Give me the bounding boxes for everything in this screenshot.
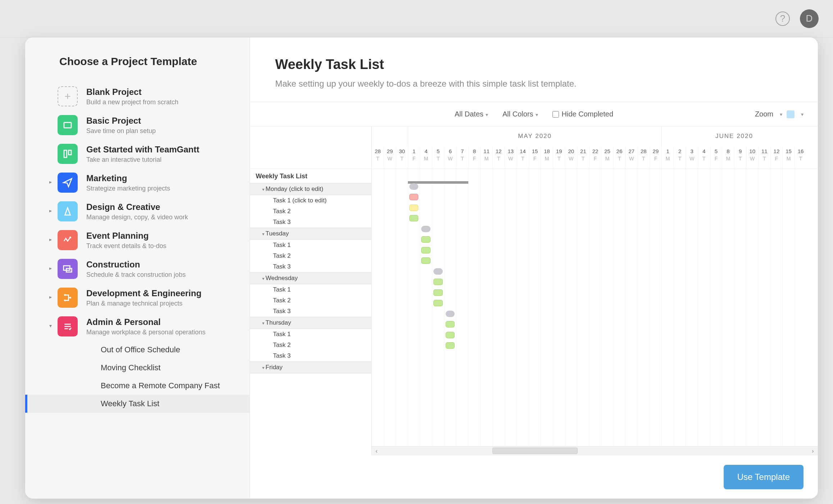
filter-hide-completed[interactable]: Hide Completed <box>552 110 613 118</box>
gantt-root[interactable]: Weekly Task List <box>250 169 371 183</box>
sidebar-category[interactable]: ▸Design & CreativeManage design, copy, &… <box>25 197 250 226</box>
gantt-bar[interactable] <box>433 289 443 296</box>
timeline-date: 8F <box>468 146 481 169</box>
gantt-group[interactable]: Wednesday <box>250 272 371 284</box>
gantt-task[interactable]: Task 3 <box>250 261 371 272</box>
sidebar-subitem[interactable]: Out of Office Schedule <box>25 341 250 359</box>
sidebar-subitem[interactable]: Moving Checklist <box>25 359 250 377</box>
progress-indicator <box>408 181 468 184</box>
gantt-bar[interactable] <box>421 247 431 253</box>
category-desc: Take an interactive tutorial <box>86 156 199 164</box>
sidebar-category[interactable]: ▸Event PlanningTrack event details & to-… <box>25 226 250 255</box>
category-desc: Schedule & track construction jobs <box>86 271 186 279</box>
gantt-bar[interactable] <box>446 342 455 349</box>
gantt-bar[interactable] <box>433 279 443 285</box>
gantt-bar[interactable] <box>446 321 455 327</box>
timeline-month: MAY 2020 <box>408 127 662 146</box>
timeline-date: 7T <box>456 146 468 169</box>
timeline-date: 5F <box>710 146 722 169</box>
gantt-task[interactable]: Task 3 <box>250 306 371 317</box>
scroll-left-icon[interactable]: ‹ <box>372 448 382 454</box>
timeline-date: 27W <box>625 146 637 169</box>
gantt-task[interactable]: Task 1 <box>250 329 371 340</box>
timeline-date: 29W <box>384 146 396 169</box>
timeline-date: 21T <box>577 146 589 169</box>
gantt-bar[interactable] <box>421 257 431 264</box>
sidebar-category[interactable]: Get Started with TeamGanttTake an intera… <box>25 139 250 168</box>
category-name: Get Started with TeamGantt <box>86 145 199 155</box>
gantt-bar[interactable] <box>409 215 419 221</box>
timeline-date: 4M <box>420 146 432 169</box>
svg-point-8 <box>69 297 71 299</box>
gantt-task[interactable]: Task 2 <box>250 340 371 350</box>
hide-completed-checkbox[interactable] <box>552 111 559 118</box>
timeline-date: 22F <box>589 146 601 169</box>
avatar[interactable]: D <box>800 9 819 28</box>
main-panel: Weekly Task List Make setting up your we… <box>250 37 818 499</box>
svg-point-7 <box>64 299 66 301</box>
timeline-date: 8M <box>722 146 734 169</box>
category-icon <box>58 288 78 308</box>
gantt-group[interactable]: Monday (click to edit) <box>250 183 371 195</box>
gantt-task[interactable]: Task 2 <box>250 206 371 217</box>
filter-all-colors[interactable]: All Colors▾ <box>502 110 538 118</box>
gantt-bar[interactable] <box>409 205 419 211</box>
sidebar-category[interactable]: ▸MarketingStrategize marketing projects <box>25 168 250 197</box>
timeline-header: MAY 2020JUNE 2020 28T29W30T1F4M5T6W7T8F1… <box>372 127 818 169</box>
timeline-date: 15F <box>529 146 541 169</box>
sidebar-category[interactable]: ▾Admin & PersonalManage workplace & pers… <box>25 312 250 341</box>
scrollbar-thumb[interactable] <box>492 448 578 454</box>
gantt-timeline: MAY 2020JUNE 2020 28T29W30T1F4M5T6W7T8F1… <box>372 127 818 455</box>
gantt-bar[interactable] <box>433 268 443 275</box>
category-icon <box>58 115 78 135</box>
gantt-chart: Weekly Task ListMonday (click to edit)Ta… <box>250 127 818 455</box>
filter-all-dates[interactable]: All Dates▾ <box>455 110 488 118</box>
category-icon <box>58 259 78 279</box>
use-template-button[interactable]: Use Template <box>724 465 804 489</box>
template-preview: All Dates▾ All Colors▾ Hide Completed Zo… <box>250 102 818 455</box>
svg-rect-1 <box>64 150 67 157</box>
gantt-bar[interactable] <box>421 236 431 243</box>
gantt-task[interactable]: Task 1 (click to edit) <box>250 195 371 206</box>
svg-rect-0 <box>64 123 71 128</box>
gantt-bar[interactable] <box>446 332 455 338</box>
template-title: Weekly Task List <box>275 57 793 72</box>
svg-rect-2 <box>69 150 72 155</box>
horizontal-scrollbar[interactable]: ‹ › <box>372 446 818 455</box>
gantt-group[interactable]: Tuesday <box>250 228 371 240</box>
timeline-date: 11T <box>758 146 770 169</box>
timeline-date: 16T <box>795 146 807 169</box>
gantt-group[interactable]: Thursday <box>250 317 371 329</box>
gantt-bar[interactable] <box>446 311 455 317</box>
category-icon <box>58 144 78 164</box>
timeline-date: 28T <box>372 146 384 169</box>
gantt-task[interactable]: Task 1 <box>250 240 371 251</box>
gantt-bar[interactable] <box>409 194 419 200</box>
help-icon[interactable]: ? <box>775 12 790 26</box>
gantt-group[interactable]: Friday <box>250 361 371 374</box>
timeline-date: 3W <box>686 146 698 169</box>
gantt-bar[interactable] <box>409 183 419 190</box>
sidebar-category[interactable]: +Blank ProjectBuild a new project from s… <box>25 82 250 111</box>
gantt-task[interactable]: Task 1 <box>250 284 371 295</box>
gantt-bar[interactable] <box>421 226 431 232</box>
gantt-bar[interactable] <box>433 300 443 306</box>
gantt-task[interactable]: Task 2 <box>250 295 371 306</box>
sidebar-category[interactable]: ▸Development & EngineeringPlan & manage … <box>25 283 250 312</box>
gantt-task[interactable]: Task 3 <box>250 350 371 361</box>
timeline-date: 1M <box>661 146 674 169</box>
sidebar-subitem[interactable]: Weekly Task List <box>25 395 250 413</box>
timeline-date: 25M <box>601 146 613 169</box>
scroll-right-icon[interactable]: › <box>808 448 818 454</box>
sidebar-title: Choose a Project Template <box>25 52 250 82</box>
chevron-down-icon: ▾ <box>536 112 538 118</box>
sidebar-subitem[interactable]: Become a Remote Company Fast <box>25 377 250 395</box>
zoom-control[interactable]: Zoom▾ ▾ <box>755 110 804 118</box>
filter-bar: All Dates▾ All Colors▾ Hide Completed Zo… <box>250 102 818 127</box>
gantt-task[interactable]: Task 2 <box>250 251 371 261</box>
gantt-task-list: Weekly Task ListMonday (click to edit)Ta… <box>250 127 372 455</box>
gantt-task[interactable]: Task 3 <box>250 217 371 228</box>
sidebar-category[interactable]: Basic ProjectSave time on plan setup <box>25 111 250 139</box>
sidebar-category[interactable]: ▸ConstructionSchedule & track constructi… <box>25 255 250 283</box>
timeline-date: 12F <box>770 146 783 169</box>
